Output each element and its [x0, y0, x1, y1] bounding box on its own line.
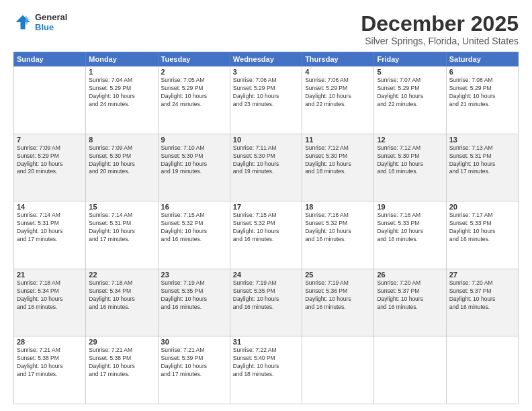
calendar-cell: 6Sunrise: 7:08 AMSunset: 5:29 PMDaylight… — [446, 66, 518, 134]
day-info: Sunset: 5:29 PM — [89, 85, 154, 93]
day-info: and 16 minutes. — [233, 236, 299, 244]
day-info: Sunrise: 7:04 AM — [89, 77, 154, 85]
day-info: Daylight: 10 hours — [89, 228, 154, 236]
day-number: 10 — [233, 136, 299, 144]
header: General Blue December 2025 Silver Spring… — [13, 12, 519, 46]
day-info: Sunrise: 7:18 AM — [17, 279, 83, 287]
day-number: 13 — [449, 136, 515, 144]
day-info: Sunrise: 7:14 AM — [89, 212, 154, 220]
day-number: 22 — [89, 271, 154, 279]
day-info: Sunset: 5:34 PM — [89, 287, 154, 295]
day-info: and 16 minutes. — [305, 304, 371, 312]
day-info: and 22 minutes. — [377, 101, 443, 109]
day-info: Sunset: 5:30 PM — [161, 152, 227, 161]
day-info: Sunset: 5:29 PM — [161, 85, 227, 93]
day-number: 6 — [449, 68, 515, 76]
calendar-row: 21Sunrise: 7:18 AMSunset: 5:34 PMDayligh… — [14, 269, 519, 336]
calendar-cell: 26Sunrise: 7:20 AMSunset: 5:37 PMDayligh… — [374, 269, 446, 336]
day-info: Sunrise: 7:12 AM — [377, 144, 443, 152]
day-info: Sunset: 5:32 PM — [305, 220, 371, 228]
day-info: Daylight: 10 hours — [17, 295, 83, 304]
day-info: Sunrise: 7:19 AM — [233, 279, 299, 287]
day-info: and 17 minutes. — [449, 168, 515, 176]
svg-marker-0 — [16, 15, 30, 30]
day-info: Daylight: 10 hours — [305, 93, 371, 101]
day-info: and 17 minutes. — [17, 371, 83, 379]
day-info: Sunrise: 7:21 AM — [161, 347, 227, 355]
day-info: Daylight: 10 hours — [449, 295, 515, 304]
day-number: 3 — [233, 68, 299, 76]
day-info: Daylight: 10 hours — [377, 161, 443, 169]
day-info: Daylight: 10 hours — [377, 93, 443, 101]
day-info: Sunrise: 7:18 AM — [89, 279, 154, 287]
day-info: Sunset: 5:33 PM — [377, 220, 443, 228]
day-info: Daylight: 10 hours — [377, 295, 443, 304]
day-info: and 16 minutes. — [305, 236, 371, 244]
day-info: and 24 minutes. — [89, 101, 154, 109]
day-info: and 16 minutes. — [89, 304, 154, 312]
calendar-day-header: Wednesday — [230, 52, 302, 66]
day-info: Sunset: 5:31 PM — [17, 220, 83, 228]
day-info: Sunrise: 7:21 AM — [17, 347, 83, 355]
day-info: Daylight: 10 hours — [233, 295, 299, 304]
day-info: Sunrise: 7:16 AM — [377, 212, 443, 220]
day-info: Sunset: 5:32 PM — [161, 220, 227, 228]
day-info: Sunset: 5:31 PM — [449, 152, 515, 161]
day-number: 23 — [161, 271, 227, 279]
day-info: Sunrise: 7:15 AM — [233, 212, 299, 220]
day-info: and 17 minutes. — [89, 236, 154, 244]
day-info: Sunrise: 7:17 AM — [449, 212, 515, 220]
day-info: and 23 minutes. — [233, 101, 299, 109]
day-info: Sunrise: 7:13 AM — [449, 144, 515, 152]
calendar-cell — [374, 336, 446, 404]
calendar-cell — [14, 66, 86, 134]
day-info: Daylight: 10 hours — [233, 363, 299, 371]
day-info: Sunset: 5:32 PM — [233, 220, 299, 228]
day-info: Sunrise: 7:19 AM — [305, 279, 371, 287]
day-number: 5 — [377, 68, 443, 76]
calendar-cell: 17Sunrise: 7:15 AMSunset: 5:32 PMDayligh… — [230, 201, 302, 269]
day-info: Daylight: 10 hours — [305, 295, 371, 304]
day-number: 28 — [17, 338, 83, 346]
day-info: Sunrise: 7:11 AM — [233, 144, 299, 152]
calendar-cell: 20Sunrise: 7:17 AMSunset: 5:33 PMDayligh… — [446, 201, 518, 269]
day-number: 30 — [161, 338, 227, 346]
day-info: Sunset: 5:30 PM — [377, 152, 443, 161]
calendar-row: 14Sunrise: 7:14 AMSunset: 5:31 PMDayligh… — [14, 201, 519, 269]
day-info: Sunrise: 7:14 AM — [17, 212, 83, 220]
day-info: Sunrise: 7:16 AM — [305, 212, 371, 220]
logo: General Blue — [13, 12, 67, 32]
calendar-cell: 3Sunrise: 7:06 AMSunset: 5:29 PMDaylight… — [230, 66, 302, 134]
calendar-cell: 8Sunrise: 7:09 AMSunset: 5:30 PMDaylight… — [86, 134, 158, 201]
logo-icon — [13, 13, 32, 32]
day-info: and 19 minutes. — [161, 168, 227, 176]
day-info: and 16 minutes. — [377, 236, 443, 244]
day-number: 2 — [161, 68, 227, 76]
day-info: Sunrise: 7:12 AM — [305, 144, 371, 152]
day-info: Daylight: 10 hours — [377, 228, 443, 236]
day-info: Sunrise: 7:21 AM — [89, 347, 154, 355]
day-info: Sunset: 5:37 PM — [377, 287, 443, 295]
calendar-day-header: Saturday — [446, 52, 518, 66]
calendar-cell: 31Sunrise: 7:22 AMSunset: 5:40 PMDayligh… — [230, 336, 302, 404]
page: General Blue December 2025 Silver Spring… — [0, 0, 532, 411]
day-info: Sunset: 5:35 PM — [233, 287, 299, 295]
day-info: and 16 minutes. — [161, 304, 227, 312]
day-number: 14 — [17, 203, 83, 211]
day-info: Sunrise: 7:07 AM — [377, 77, 443, 85]
calendar-cell: 13Sunrise: 7:13 AMSunset: 5:31 PMDayligh… — [446, 134, 518, 201]
day-number: 17 — [233, 203, 299, 211]
day-info: and 17 minutes. — [161, 371, 227, 379]
calendar-cell: 30Sunrise: 7:21 AMSunset: 5:39 PMDayligh… — [158, 336, 230, 404]
day-info: Sunset: 5:36 PM — [305, 287, 371, 295]
day-info: and 16 minutes. — [233, 304, 299, 312]
main-title: December 2025 — [361, 12, 519, 36]
day-info: Sunrise: 7:20 AM — [377, 279, 443, 287]
calendar-cell: 16Sunrise: 7:15 AMSunset: 5:32 PMDayligh… — [158, 201, 230, 269]
day-number: 16 — [161, 203, 227, 211]
day-info: and 18 minutes. — [305, 168, 371, 176]
calendar-cell: 1Sunrise: 7:04 AMSunset: 5:29 PMDaylight… — [86, 66, 158, 134]
day-info: Sunset: 5:40 PM — [233, 355, 299, 363]
calendar-header-row: SundayMondayTuesdayWednesdayThursdayFrid… — [14, 52, 519, 66]
calendar-cell: 4Sunrise: 7:06 AMSunset: 5:29 PMDaylight… — [302, 66, 374, 134]
